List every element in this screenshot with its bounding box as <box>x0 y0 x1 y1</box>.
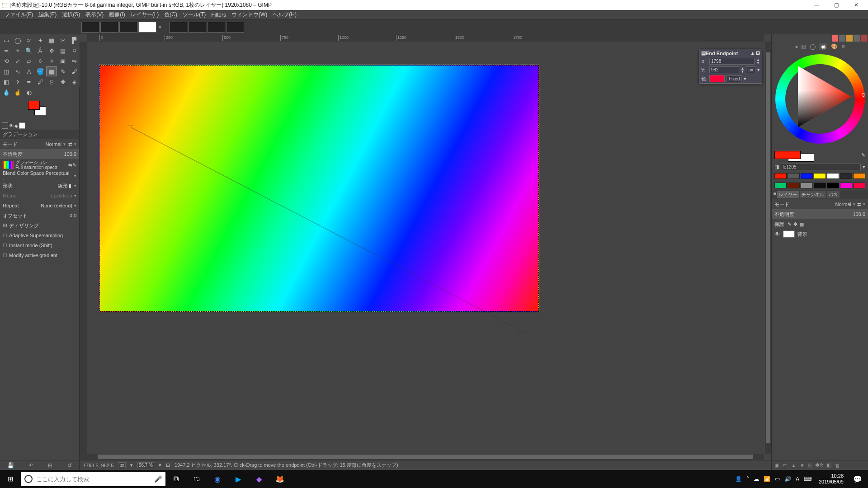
endpoint-panel[interactable]: ▤ End Endpoint ▴ ⊟ X: ▲▼ Y: ▲▼ px ▾ <box>699 49 762 84</box>
mode-row[interactable]: モード Normal ▾ ⇄ ▾ <box>0 139 79 149</box>
tool-heal[interactable]: ✚ <box>57 77 68 87</box>
dock-tab-icon[interactable] <box>854 35 860 42</box>
image-tab[interactable] <box>138 22 156 33</box>
canvas-viewport[interactable]: ▤ End Endpoint ▴ ⊟ X: ▲▼ Y: ▲▼ px ▾ <box>87 42 764 456</box>
image-tab[interactable] <box>207 22 225 33</box>
tab-wheel-icon[interactable]: ◉ <box>819 43 827 50</box>
tab-watercolor-icon[interactable]: ◯ <box>810 43 816 50</box>
fg-bg-colors[interactable] <box>28 101 50 121</box>
tool-handle[interactable]: ▣ <box>57 56 68 66</box>
dropdown-icon[interactable]: ▾ <box>863 164 865 170</box>
volume-icon[interactable]: 🔊 <box>784 476 791 482</box>
tool-rotate[interactable]: ⟲ <box>1 56 12 66</box>
dock-tab-icon[interactable] <box>846 35 853 42</box>
spinner-icon[interactable]: ▲▼ <box>756 58 760 65</box>
gradient-preview-icon[interactable] <box>3 161 14 169</box>
dock-fg-swatch[interactable] <box>774 151 801 159</box>
swap-icon[interactable]: ⇄ <box>857 202 861 207</box>
hex-input[interactable] <box>781 164 861 170</box>
menu-image[interactable]: 画像(I) <box>106 10 127 19</box>
image-tab[interactable] <box>100 22 118 33</box>
tool-paths[interactable]: ✒ <box>1 46 12 56</box>
tool-eraser[interactable]: ◧ <box>1 77 12 87</box>
tool-ellipse-select[interactable]: ◯ <box>12 35 23 45</box>
layer-group-icon[interactable]: 🗀 <box>783 463 788 468</box>
tool-dodge[interactable]: ◐ <box>24 87 34 97</box>
tool-move[interactable]: ✥ <box>46 46 57 56</box>
layer-opacity-row[interactable]: 不透明度 100.0 <box>772 209 868 219</box>
menu-window[interactable]: ウィンドウ(W) <box>229 10 270 19</box>
menu-file[interactable]: ファイル(F) <box>2 10 36 19</box>
taskbar-app-purple[interactable]: ◆ <box>249 475 269 483</box>
tool-bucket[interactable]: 🪣 <box>35 66 46 76</box>
tool-clone[interactable]: ⎘ <box>46 77 57 87</box>
swatch[interactable] <box>814 183 826 188</box>
tool-blur[interactable]: 💧 <box>1 87 12 97</box>
swatch[interactable] <box>814 173 826 179</box>
swatch[interactable] <box>840 173 852 179</box>
menu-tool[interactable]: ツール(T) <box>180 10 208 19</box>
swatch[interactable] <box>788 183 800 188</box>
y-input[interactable] <box>709 66 739 73</box>
menu-filters[interactable]: Filters <box>208 11 229 19</box>
adaptive-checkbox[interactable]: Adaptive Supersampling <box>0 230 79 240</box>
image-tab[interactable] <box>169 22 187 33</box>
reverse-icon[interactable]: ⇋ <box>68 162 72 168</box>
blend-row[interactable]: Blend Color Space Perceptual ... ▾ <box>0 171 79 181</box>
shape-row[interactable]: 形状 線形 ▮ ▾ <box>0 181 79 191</box>
tool-free-select[interactable]: ⟉ <box>24 35 34 45</box>
spinner-icon[interactable]: ▲▼ <box>741 67 745 73</box>
x-input[interactable] <box>709 58 755 65</box>
repeat-row[interactable]: Repeat None (extend) ▾ <box>0 201 79 211</box>
edit-icon[interactable]: ✎ <box>861 152 865 158</box>
tool-by-color[interactable]: ▦ <box>46 35 57 45</box>
taskbar-clock[interactable]: 10:28 2019/05/09 <box>815 473 847 485</box>
swap-icon[interactable]: ⇄ <box>68 141 72 147</box>
tool-mypaint[interactable]: 🖊 <box>35 77 46 87</box>
visibility-icon[interactable]: 👁 <box>774 231 780 238</box>
onedrive-icon[interactable]: ☁ <box>754 476 759 482</box>
color-wheel[interactable] <box>772 51 868 147</box>
raise-icon[interactable]: ▲ <box>791 463 796 468</box>
layer-mode-row[interactable]: モード Normal ▾ ⇄▾ <box>772 199 868 209</box>
swatch[interactable] <box>853 173 865 179</box>
tool-gradient[interactable]: ▦ <box>46 66 57 76</box>
gradient-select-row[interactable]: グラデーション Full saturation spectr ⇋ ✎ <box>0 159 79 171</box>
people-icon[interactable]: 👤 <box>735 476 742 482</box>
brush-indicator-icon[interactable] <box>2 122 8 129</box>
taskbar-app-chrome[interactable]: ◉ <box>207 475 228 483</box>
unit-select[interactable]: px <box>118 462 126 468</box>
tool-scale[interactable]: ⤢ <box>12 56 23 66</box>
tool-fuzzy-select[interactable]: ✦ <box>35 35 46 45</box>
gradient-end-handle[interactable] <box>519 330 525 336</box>
dock-fgbg[interactable]: ✎ <box>772 147 868 163</box>
tool-perspective-clone[interactable]: ◈ <box>69 77 80 87</box>
horizontal-scrollbar[interactable] <box>87 454 764 460</box>
swatch[interactable] <box>827 173 839 179</box>
tool-flip[interactable]: ⇋ <box>69 56 80 66</box>
tool-align[interactable]: ▤ <box>57 46 68 56</box>
swatch[interactable] <box>788 173 800 179</box>
taskbar-app-video[interactable]: ▶ <box>228 475 249 483</box>
swatch[interactable] <box>801 173 813 179</box>
tool-zoom[interactable]: 🔍 <box>24 46 34 56</box>
lock-alpha-icon[interactable]: ▩ <box>799 221 804 227</box>
swatch[interactable] <box>853 183 865 188</box>
tool-cage[interactable]: ◫ <box>1 66 12 76</box>
tool-warp[interactable]: ∿ <box>12 66 23 76</box>
tab-close-icon[interactable]: × <box>157 24 163 30</box>
menu-layer[interactable]: レイヤー(L) <box>128 10 162 19</box>
image-tab[interactable] <box>188 22 206 33</box>
tool-unified[interactable]: ✧ <box>46 56 57 66</box>
tray-up-icon[interactable]: ˄ <box>746 476 749 482</box>
layer-name[interactable]: 背景 <box>797 231 807 238</box>
menu-edit[interactable]: 編集(E) <box>36 10 59 19</box>
hue-handle[interactable] <box>862 93 865 97</box>
start-button[interactable]: ⊞ <box>0 475 21 483</box>
notifications-icon[interactable]: 💬 <box>847 475 868 483</box>
swatch[interactable] <box>840 183 852 188</box>
tool-rect-select[interactable]: ▭ <box>1 35 12 45</box>
menu-select[interactable]: 選択(S) <box>59 10 83 19</box>
modify-checkbox[interactable]: Modify active gradient <box>0 250 79 260</box>
collapse-icon[interactable]: ▴ <box>751 50 754 56</box>
